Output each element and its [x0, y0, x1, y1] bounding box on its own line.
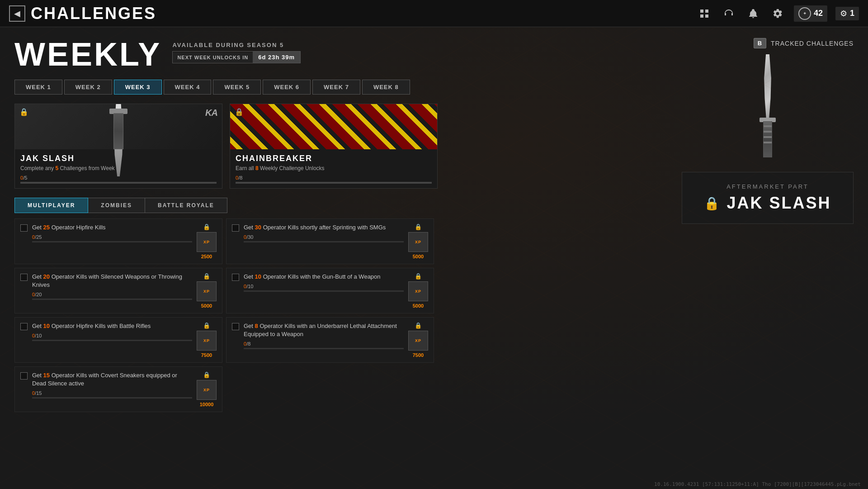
operator-icon: KA: [205, 108, 217, 118]
challenge-progress-2: 0/30: [244, 234, 404, 240]
rank-icon: ⚙: [840, 9, 847, 19]
challenge-info-5: Get 10 Operator Hipfire Kills with Battl…: [32, 322, 192, 341]
settings-icon[interactable]: [769, 5, 786, 22]
challenge-item-7: Get 15 Operator Kills with Covert Sneake…: [14, 366, 222, 412]
week-tabs: WEEK 1WEEK 2WEEK 3WEEK 4WEEK 5WEEK 6WEEK…: [14, 80, 854, 95]
challenge-progress-3: 0/20: [32, 292, 192, 297]
challenge-item-6: Get 8 Operator Kills with an Underbarrel…: [226, 317, 434, 363]
challenge-item-2: Get 30 Operator Kills shortly after Spri…: [226, 218, 434, 264]
svg-rect-0: [700, 9, 703, 13]
status-text: 10.16.1900.4231 [57:131:11250+11:A] Tho …: [654, 481, 861, 487]
challenge-bar-5: [32, 340, 192, 341]
challenge-right-6: 🔒 XP 7500: [408, 322, 428, 358]
challenge-right-7: 🔒 XP 10000: [197, 371, 217, 407]
reward-name-chain: CHAINBREAKER: [236, 154, 432, 163]
challenge-info-7: Get 15 Operator Kills with Covert Sneake…: [32, 371, 192, 399]
status-bar: 10.16.1900.4231 [57:131:11250+11:A] Tho …: [647, 480, 868, 489]
svg-rect-2: [700, 14, 703, 18]
rank-value: 1: [850, 9, 854, 18]
week-tab-week-7[interactable]: WEEK 7: [312, 80, 360, 95]
reward-image-jak: 🔒 KA: [15, 104, 222, 149]
challenge-checkbox-6[interactable]: [232, 323, 239, 330]
grid-icon[interactable]: [696, 5, 712, 22]
xp-badge[interactable]: ✦ 42: [794, 5, 827, 22]
challenge-bar-6: [244, 348, 404, 349]
main-content: WEEKLY AVAILABLE DURING SEASON 5 NEXT WE…: [0, 27, 868, 423]
reward-desc-chain: Earn all 8 Weekly Challenge Unlocks: [236, 165, 432, 171]
challenge-lock-7: 🔒: [203, 371, 210, 378]
challenge-lock-5: 🔒: [203, 322, 210, 329]
page-header: WEEKLY AVAILABLE DURING SEASON 5 NEXT WE…: [14, 38, 854, 71]
challenge-desc-5: Get 10 Operator Hipfire Kills with Battl…: [32, 322, 192, 330]
back-button[interactable]: ◀ CHALLENGES: [9, 4, 156, 23]
rank-badge[interactable]: ⚙ 1: [835, 7, 859, 20]
challenge-lock-3: 🔒: [203, 273, 210, 280]
mode-tabs: MULTIPLAYER ZOMBIES BATTLE ROYALE: [14, 198, 854, 213]
week-tab-week-1[interactable]: WEEK 1: [14, 80, 62, 95]
xp-amount-7: 10000: [200, 402, 214, 407]
lock-icon: 🔒: [19, 108, 28, 116]
challenge-checkbox-7[interactable]: [20, 372, 28, 380]
challenge-progress-4: 0/10: [244, 284, 404, 289]
challenge-progress-5: 0/10: [32, 333, 192, 338]
challenge-info-1: Get 25 Operator Hipfire Kills 0/25: [32, 223, 192, 242]
challenge-desc-1: Get 25 Operator Hipfire Kills: [32, 223, 192, 232]
tracked-challenges-button[interactable]: B TRACKED CHALLENGES: [754, 38, 854, 48]
challenge-desc-2: Get 30 Operator Kills shortly after Spri…: [244, 223, 404, 232]
xp-box-1: XP: [197, 232, 217, 252]
reward-info-chain: CHAINBREAKER Earn all 8 Weekly Challenge…: [230, 149, 437, 188]
progress-bar-chain: [236, 182, 432, 184]
challenge-bar-3: [32, 299, 192, 300]
tracked-key: B: [754, 38, 766, 48]
xp-box-2: XP: [408, 232, 428, 252]
week-tab-week-6[interactable]: WEEK 6: [263, 80, 311, 95]
xp-amount-4: 5000: [413, 303, 424, 309]
challenge-progress-1: 0/25: [32, 234, 192, 240]
xp-value: 42: [814, 9, 823, 18]
challenge-checkbox-2[interactable]: [232, 224, 239, 232]
lock-icon-chain: 🔒: [235, 108, 244, 116]
xp-box-3: XP: [197, 281, 217, 301]
challenge-grid: Get 25 Operator Hipfire Kills 0/25 🔒 XP …: [14, 218, 854, 412]
challenge-checkbox-4[interactable]: [232, 274, 239, 281]
notification-icon[interactable]: [745, 5, 761, 22]
challenge-checkbox-5[interactable]: [20, 323, 28, 330]
challenge-desc-6: Get 8 Operator Kills with an Underbarrel…: [244, 322, 404, 338]
available-text: AVAILABLE DURING SEASON 5: [172, 42, 301, 48]
progress-text-chain: 0/8: [236, 175, 432, 180]
xp-box-7: XP: [197, 380, 217, 400]
nav-right: ✦ 42 ⚙ 1: [696, 5, 859, 22]
challenge-bar-2: [244, 241, 404, 242]
week-tab-week-5[interactable]: WEEK 5: [213, 80, 261, 95]
headset-icon[interactable]: [721, 5, 737, 22]
week-tab-week-2[interactable]: WEEK 2: [64, 80, 112, 95]
back-arrow-icon: ◀: [9, 5, 25, 22]
tab-battle-royale[interactable]: BATTLE ROYALE: [145, 198, 227, 213]
tab-multiplayer[interactable]: MULTIPLAYER: [14, 198, 88, 213]
challenge-info-4: Get 10 Operator Kills with the Gun-Butt …: [244, 273, 404, 292]
xp-box-5: XP: [197, 331, 217, 351]
xp-circle-icon: ✦: [798, 7, 811, 20]
challenge-bar-1: [32, 241, 192, 242]
challenge-desc-7: Get 15 Operator Kills with Covert Sneake…: [32, 371, 192, 388]
xp-amount-3: 5000: [201, 303, 212, 309]
unlock-time: 6d 23h 39m: [253, 52, 300, 63]
xp-box-4: XP: [408, 281, 428, 301]
week-tab-week-8[interactable]: WEEK 8: [362, 80, 410, 95]
challenge-item-4: Get 10 Operator Kills with the Gun-Butt …: [226, 268, 434, 313]
challenge-right-1: 🔒 XP 2500: [197, 223, 217, 259]
challenge-checkbox-1[interactable]: [20, 224, 28, 232]
xp-amount-5: 7500: [201, 352, 212, 358]
challenge-desc-3: Get 20 Operator Kills with Silenced Weap…: [32, 273, 192, 289]
week-tab-week-4[interactable]: WEEK 4: [164, 80, 212, 95]
challenge-progress-7: 0/15: [32, 390, 192, 396]
challenge-item-1: Get 25 Operator Hipfire Kills 0/25 🔒 XP …: [14, 218, 222, 264]
unlock-label: NEXT WEEK UNLOCKS IN: [173, 52, 253, 62]
challenge-bar-4: [244, 290, 404, 292]
reward-card-chainbreaker: 🔒 CHAINBREAKER Earn all 8 Weekly Challen…: [230, 104, 438, 189]
challenge-right-5: 🔒 XP 7500: [197, 322, 217, 358]
tab-zombies[interactable]: ZOMBIES: [88, 198, 145, 213]
challenge-checkbox-3[interactable]: [20, 274, 28, 281]
week-tab-week-3[interactable]: WEEK 3: [114, 80, 162, 95]
challenge-lock-2: 🔒: [415, 223, 422, 230]
